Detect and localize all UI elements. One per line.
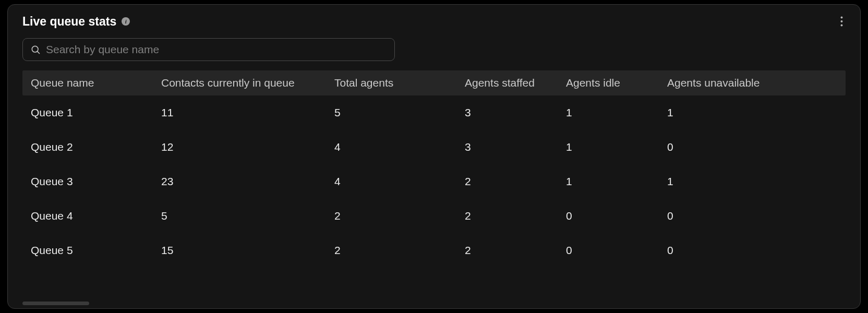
table-body: Queue 1 11 5 3 1 1 Queue 2 12 4 3 1 0 Qu… [22,95,846,268]
table-row[interactable]: Queue 4 5 2 2 0 0 [22,199,846,233]
cell-queue-name: Queue 5 [22,244,153,257]
cell-total-agents: 4 [326,141,456,153]
cell-agents-staffed: 3 [456,106,558,119]
search-box[interactable] [22,38,395,61]
cell-agents-unavailable: 0 [659,244,784,257]
svg-point-0 [840,17,842,19]
cell-agents-staffed: 2 [456,244,558,257]
cell-agents-staffed: 3 [456,141,558,153]
cell-queue-name: Queue 4 [22,210,153,222]
svg-line-4 [37,51,39,53]
panel-header: Live queue stats i [8,14,860,29]
queue-table: Queue name Contacts currently in queue T… [8,70,860,268]
cell-total-agents: 2 [326,210,456,222]
more-options-button[interactable] [834,14,849,29]
cell-queue-name: Queue 3 [22,175,153,188]
cell-agents-idle: 1 [558,175,659,188]
cell-contacts-in-queue: 23 [153,175,326,188]
col-header-agents-unavailable[interactable]: Agents unavailable [659,77,784,89]
svg-point-2 [840,25,842,27]
cell-total-agents: 2 [326,244,456,257]
col-header-total-agents[interactable]: Total agents [326,77,456,89]
search-input[interactable] [46,43,387,56]
vertical-dots-icon [840,16,843,27]
table-row[interactable]: Queue 5 15 2 2 0 0 [22,233,846,268]
live-queue-stats-panel: Live queue stats i Queue name Contacts c… [7,4,861,309]
title-group: Live queue stats i [22,15,130,29]
cell-contacts-in-queue: 15 [153,244,326,257]
col-header-agents-staffed[interactable]: Agents staffed [456,77,558,89]
col-header-queue-name[interactable]: Queue name [22,77,153,89]
svg-point-1 [840,20,842,22]
cell-queue-name: Queue 1 [22,106,153,119]
horizontal-scrollbar[interactable] [22,302,89,305]
table-row[interactable]: Queue 3 23 4 2 1 1 [22,164,846,199]
cell-agents-unavailable: 0 [659,210,784,222]
cell-total-agents: 4 [326,175,456,188]
cell-agents-staffed: 2 [456,175,558,188]
panel-title: Live queue stats [22,15,116,29]
cell-agents-unavailable: 0 [659,141,784,153]
cell-contacts-in-queue: 12 [153,141,326,153]
cell-agents-idle: 1 [558,141,659,153]
cell-agents-unavailable: 1 [659,106,784,119]
cell-queue-name: Queue 2 [22,141,153,153]
table-header-row: Queue name Contacts currently in queue T… [22,70,846,95]
cell-agents-idle: 0 [558,244,659,257]
cell-agents-idle: 0 [558,210,659,222]
cell-agents-staffed: 2 [456,210,558,222]
search-wrap [8,29,860,70]
info-icon[interactable]: i [122,17,130,26]
col-header-agents-idle[interactable]: Agents idle [558,77,659,89]
cell-contacts-in-queue: 5 [153,210,326,222]
col-header-contacts-in-queue[interactable]: Contacts currently in queue [153,77,326,89]
cell-agents-unavailable: 1 [659,175,784,188]
cell-agents-idle: 1 [558,106,659,119]
table-row[interactable]: Queue 2 12 4 3 1 0 [22,130,846,164]
cell-total-agents: 5 [326,106,456,119]
search-icon [30,44,41,55]
cell-contacts-in-queue: 11 [153,106,326,119]
table-row[interactable]: Queue 1 11 5 3 1 1 [22,95,846,130]
